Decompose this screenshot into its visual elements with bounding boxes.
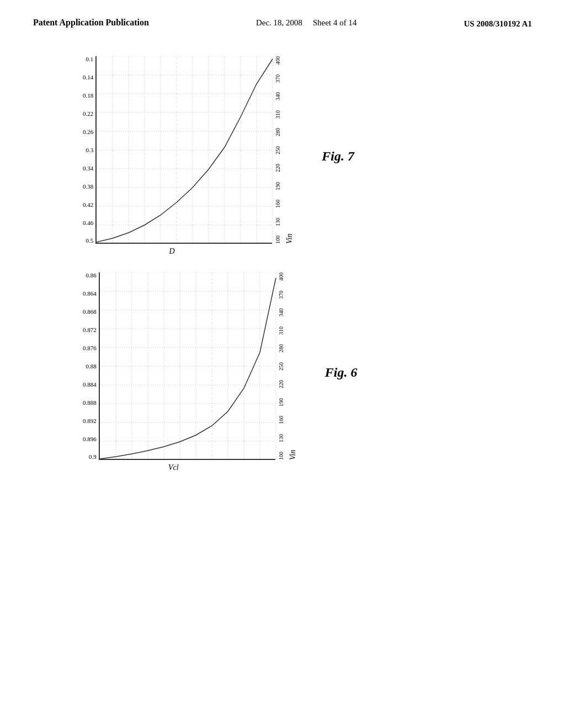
figure-6-x-labels: 400 370 340 310 280 250 220 190 160 130 … — [278, 272, 284, 460]
y-label: 0.3 — [86, 147, 94, 153]
figure-6-y-title: Vcl — [168, 463, 179, 472]
y-label: 0.876 — [83, 345, 97, 351]
x-label: 370 — [278, 291, 284, 299]
y-label: 0.868 — [83, 309, 97, 315]
x-label: 130 — [278, 434, 284, 442]
x-label: 370 — [275, 74, 281, 83]
x-label: 250 — [275, 146, 281, 154]
figure-6-container: 0.9 0.896 0.892 0.888 0.884 0.88 0.876 0… — [83, 272, 565, 472]
figure-6-x-title: Vin — [289, 272, 297, 460]
figure-6-y-labels: 0.9 0.896 0.892 0.888 0.884 0.88 0.876 0… — [83, 272, 99, 460]
figure-6-plot — [99, 272, 275, 460]
y-label: 0.892 — [83, 418, 97, 424]
figure-7-x-labels: 400 370 340 310 280 250 220 190 160 130 … — [275, 56, 281, 244]
page-header: Patent Application Publication Dec. 18, … — [0, 0, 565, 34]
figure-7-container: 0.5 0.46 0.42 0.38 0.34 0.3 0.26 0.22 0.… — [83, 56, 565, 256]
x-label: 220 — [278, 380, 284, 388]
y-label: 0.14 — [83, 74, 93, 81]
patent-number: US 2008/310192 A1 — [464, 19, 532, 29]
x-label: 310 — [275, 110, 281, 119]
figure-7-y-labels: 0.5 0.46 0.42 0.38 0.34 0.3 0.26 0.22 0.… — [83, 56, 95, 244]
figure-6-chart: 0.9 0.896 0.892 0.888 0.884 0.88 0.876 0… — [83, 272, 297, 472]
x-label: 190 — [275, 182, 281, 190]
x-label: 100 — [278, 452, 284, 460]
y-label: 0.34 — [83, 165, 93, 172]
y-label: 0.884 — [83, 382, 97, 388]
y-label: 0.888 — [83, 400, 97, 406]
y-label: 0.5 — [86, 238, 94, 244]
x-label: 130 — [275, 218, 281, 226]
y-label: 0.1 — [86, 56, 94, 62]
y-label: 0.18 — [83, 93, 93, 99]
y-label: 0.42 — [83, 202, 93, 208]
x-label: 250 — [278, 362, 284, 371]
x-label: 160 — [278, 416, 284, 424]
y-label: 0.38 — [83, 184, 93, 190]
x-label: 400 — [278, 272, 284, 281]
x-label: 310 — [278, 326, 284, 335]
figure-7-chart: 0.5 0.46 0.42 0.38 0.34 0.3 0.26 0.22 0.… — [83, 56, 294, 256]
x-label: 340 — [278, 308, 284, 317]
y-label: 0.896 — [83, 436, 97, 442]
figure-6-label: Fig. 6 — [325, 365, 358, 380]
sheet-number: Sheet 4 of 14 — [313, 18, 357, 27]
x-label: 340 — [275, 92, 281, 100]
publication-date: Dec. 18, 2008 — [256, 18, 302, 27]
figure-7-grid — [97, 56, 273, 244]
y-label: 0.864 — [83, 291, 97, 297]
figure-6-grid — [100, 272, 276, 460]
figure-7-row: 0.5 0.46 0.42 0.38 0.34 0.3 0.26 0.22 0.… — [83, 56, 294, 244]
publication-title: Patent Application Publication — [33, 17, 149, 29]
y-label: 0.22 — [83, 111, 93, 117]
y-label: 0.86 — [86, 272, 97, 279]
figure-6-row: 0.9 0.896 0.892 0.888 0.884 0.88 0.876 0… — [83, 272, 297, 460]
y-label: 0.872 — [83, 327, 97, 333]
y-label: 0.46 — [83, 220, 93, 226]
figure-7-plot — [95, 56, 272, 244]
x-label: 280 — [275, 128, 281, 136]
y-label: 0.88 — [86, 363, 97, 370]
x-label: 190 — [278, 398, 284, 406]
x-label: 100 — [275, 235, 281, 244]
date-sheet: Dec. 18, 2008 Sheet 4 of 14 — [256, 17, 356, 29]
figure-7-x-title: Vin — [285, 56, 294, 244]
x-label: 400 — [275, 56, 281, 65]
y-label: 0.9 — [89, 454, 97, 460]
figure-7-y-title: D — [169, 247, 175, 256]
x-label: 160 — [275, 200, 281, 208]
x-label: 280 — [278, 344, 284, 352]
y-label: 0.26 — [83, 129, 93, 135]
figure-7-label: Fig. 7 — [322, 149, 354, 164]
x-label: 220 — [275, 164, 281, 172]
